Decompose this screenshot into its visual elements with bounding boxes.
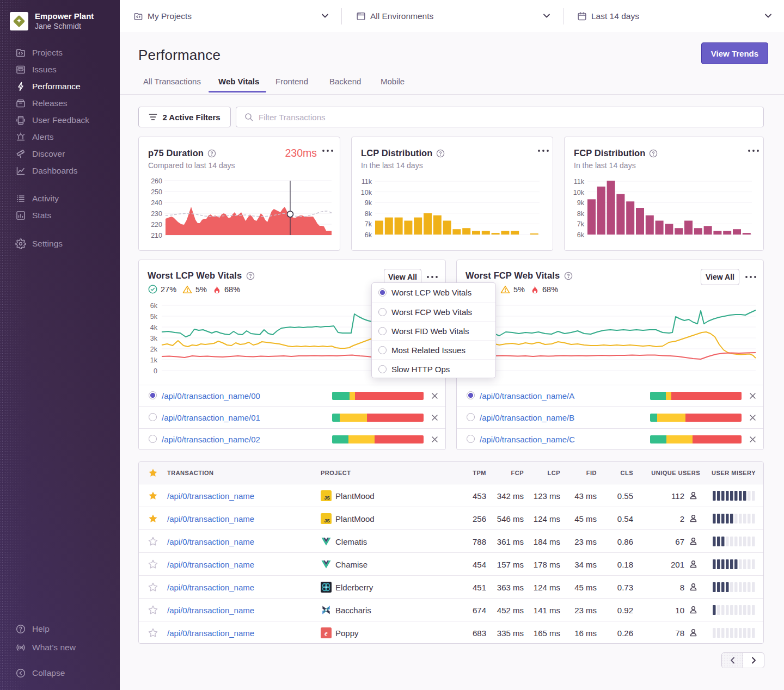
svg-text:e: e (324, 629, 328, 637)
svg-text:JS: JS (324, 495, 330, 501)
svg-text:JS: JS (324, 518, 330, 523)
